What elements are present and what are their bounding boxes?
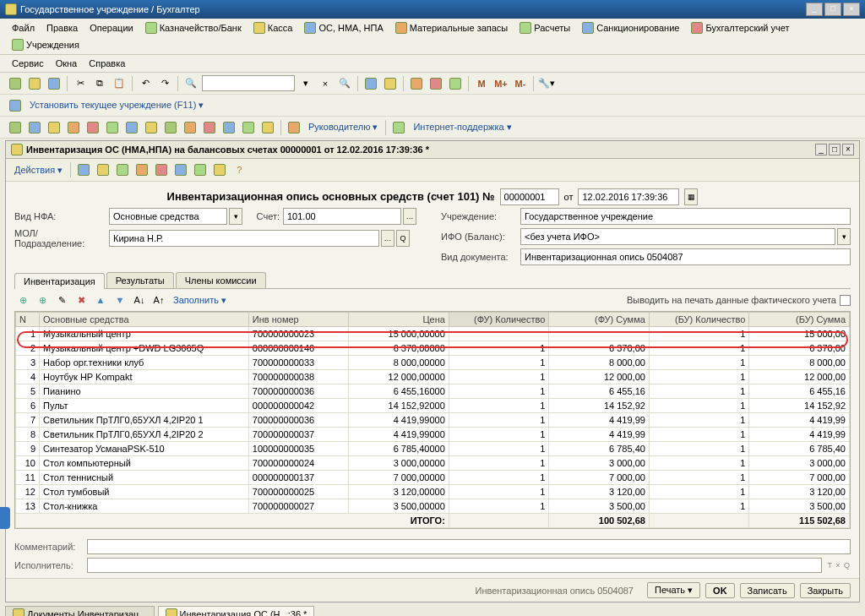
nfa-dropdown[interactable]: ▾ — [229, 208, 242, 225]
ir10-icon[interactable] — [182, 119, 199, 136]
menu-materials[interactable]: Материальные запасы — [390, 20, 514, 35]
table-row[interactable]: 5Пианино7000000000366 455,1600016 455,16… — [16, 384, 850, 399]
table-row[interactable]: 4Ноутбук HP Kompakt70000000003812 000,00… — [16, 370, 850, 384]
maximize-button[interactable]: □ — [824, 3, 841, 16]
col-bs[interactable]: (БУ) Сумма — [749, 313, 850, 327]
save-icon[interactable] — [46, 75, 63, 92]
ir12-icon[interactable] — [220, 119, 237, 136]
table-row[interactable]: 10Стол компьютерный7000000000243 000,000… — [16, 456, 850, 471]
col-fs[interactable]: (ФУ) Сумма — [549, 313, 650, 327]
move-up-icon[interactable]: ▲ — [92, 292, 109, 308]
ir6-icon[interactable] — [104, 119, 121, 136]
menu-service[interactable]: Сервис — [7, 57, 49, 70]
search-clear-icon[interactable]: × — [317, 75, 334, 92]
ir13-icon[interactable] — [240, 119, 257, 136]
support-button[interactable]: Интернет-поддержка ▾ — [410, 120, 514, 134]
print-button[interactable]: Печать ▾ — [647, 582, 700, 598]
ir2-icon[interactable] — [26, 119, 43, 136]
doc-close[interactable]: × — [842, 144, 854, 155]
menu-file[interactable]: Файл — [7, 21, 40, 35]
col-n[interactable]: N — [16, 313, 40, 327]
new-icon[interactable] — [7, 75, 24, 92]
calc-icon[interactable] — [408, 75, 425, 92]
table-row[interactable]: 9Синтезатор УсманаPSK-5101000000000356 7… — [16, 442, 850, 456]
search-dropdown[interactable]: ▾ — [297, 75, 314, 92]
tool-a-icon[interactable] — [362, 75, 379, 92]
move-down-icon[interactable]: ▼ — [112, 292, 128, 308]
search-icon[interactable]: 🔍 — [182, 75, 199, 92]
tool-c-icon[interactable] — [447, 75, 464, 92]
memory-m[interactable]: M — [473, 75, 490, 92]
redo-icon[interactable]: ↷ — [156, 75, 173, 92]
delete-row-icon[interactable]: ✖ — [73, 292, 90, 308]
menu-treasury[interactable]: Казначейство/Банк — [140, 20, 247, 35]
ir7-icon[interactable] — [123, 119, 140, 136]
dt1-icon[interactable] — [75, 161, 92, 178]
panel-handle[interactable] — [0, 507, 10, 529]
dt7-icon[interactable] — [192, 161, 209, 178]
ir4-icon[interactable] — [65, 119, 82, 136]
menu-sanctions[interactable]: Санкционирование — [577, 20, 684, 35]
search-input[interactable] — [202, 75, 295, 91]
table-row[interactable]: 8Светильник ПрТЛГ0,65УХЛ 4,2IP20 2700000… — [16, 428, 850, 442]
table-row[interactable]: 3Набор орг.техники клуб7000000000338 000… — [16, 356, 850, 370]
edit-row-icon[interactable]: ✎ — [53, 292, 70, 308]
table-row[interactable]: 11Стол теннисный0000000001377 000,000001… — [16, 471, 850, 485]
table-row[interactable]: 12Стол тумбовый7000000000253 120,0000013… — [16, 485, 850, 499]
tab-results[interactable]: Результаты — [106, 272, 174, 288]
menu-help[interactable]: Справка — [84, 57, 130, 70]
dt2-icon[interactable] — [95, 161, 112, 178]
schet-input[interactable] — [283, 208, 401, 225]
close-doc-button[interactable]: Закрыть — [800, 583, 851, 598]
col-price[interactable]: Цена — [349, 313, 449, 327]
menu-institutions[interactable]: Учреждения — [7, 37, 84, 52]
date-picker-icon[interactable]: ▦ — [684, 188, 698, 205]
executor-input[interactable] — [87, 558, 822, 573]
ir11-icon[interactable] — [201, 119, 218, 136]
search-go-icon[interactable]: 🔍 — [336, 75, 353, 92]
mol-open[interactable]: Q — [396, 230, 410, 247]
ifo-dropdown[interactable]: ▾ — [837, 228, 851, 245]
col-name[interactable]: Основные средства — [40, 313, 249, 327]
add-row-icon[interactable]: ⊕ — [14, 292, 31, 308]
manager-button[interactable]: Руководителю ▾ — [305, 120, 381, 134]
bottom-tab-2[interactable]: Инвентаризация ОС (Н...:36 * — [158, 606, 315, 616]
cut-icon[interactable]: ✂ — [72, 75, 89, 92]
dt3-icon[interactable] — [114, 161, 131, 178]
sort-desc-icon[interactable]: A↑ — [150, 292, 167, 308]
copy-icon[interactable]: ⧉ — [91, 75, 108, 92]
dt-help-icon[interactable]: ? — [231, 161, 248, 178]
memory-mplus[interactable]: M+ — [492, 75, 509, 92]
bottom-tab-1[interactable]: Документы Инвентаризац... — [5, 606, 155, 616]
dt5-icon[interactable] — [153, 161, 170, 178]
nfa-input[interactable] — [109, 208, 227, 225]
menu-operations[interactable]: Операции — [84, 21, 138, 35]
save-button[interactable]: Записать — [740, 583, 795, 598]
table-row[interactable]: 13Стол-книжка7000000000273 500,0000013 5… — [16, 499, 850, 514]
minimize-button[interactable]: _ — [806, 3, 823, 16]
memory-mminus[interactable]: M- — [512, 75, 529, 92]
mol-select[interactable]: … — [381, 230, 394, 247]
ir14-icon[interactable] — [259, 119, 276, 136]
doc-minimize[interactable]: _ — [815, 144, 827, 155]
ir1-icon[interactable] — [7, 119, 24, 136]
dt8-icon[interactable] — [211, 161, 228, 178]
table-row[interactable]: 2Музыкальный центр +DWD LG3665Q000000000… — [16, 341, 850, 356]
fill-button[interactable]: Заполнить ▾ — [170, 293, 230, 308]
dt6-icon[interactable] — [172, 161, 189, 178]
install-button[interactable]: Установить текущее учреждение (F11) ▾ — [26, 98, 207, 112]
col-bq[interactable]: (БУ) Количество — [649, 313, 749, 327]
col-inv[interactable]: Инв номер — [248, 313, 349, 327]
doc-maximize[interactable]: □ — [829, 144, 841, 155]
dt4-icon[interactable] — [133, 161, 150, 178]
undo-icon[interactable]: ↶ — [137, 75, 154, 92]
add-copy-icon[interactable]: ⊕ — [34, 292, 51, 308]
ifo-input[interactable] — [520, 228, 835, 245]
ir3-icon[interactable] — [46, 119, 63, 136]
schet-select[interactable]: … — [403, 208, 416, 225]
tab-inventory[interactable]: Инвентаризация — [14, 273, 105, 289]
vid-input[interactable] — [520, 248, 851, 265]
org-input[interactable] — [520, 208, 851, 225]
ir8-icon[interactable] — [143, 119, 160, 136]
paste-icon[interactable]: 📋 — [111, 75, 128, 92]
